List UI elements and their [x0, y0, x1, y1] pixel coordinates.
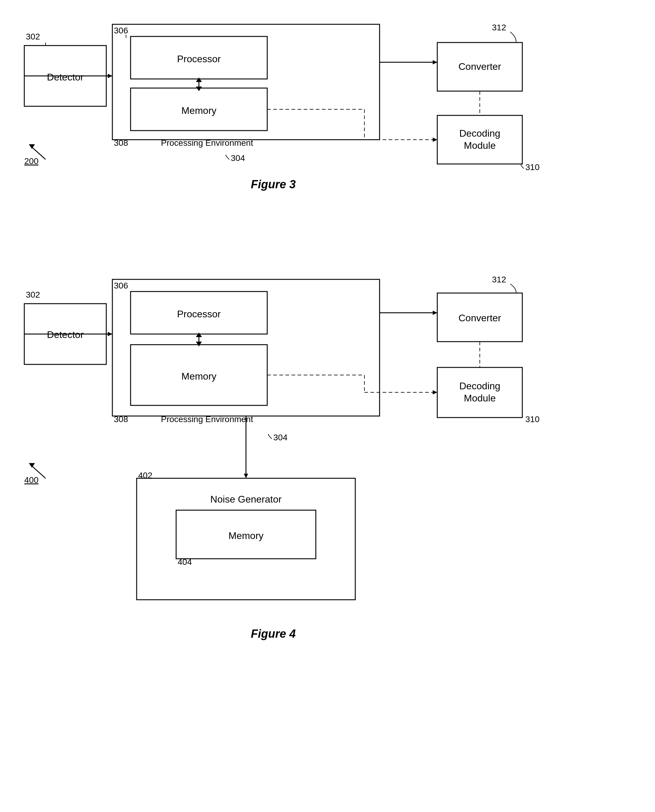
- svg-text:Module: Module: [464, 393, 496, 404]
- svg-marker-16: [108, 74, 112, 78]
- svg-text:Memory: Memory: [181, 371, 217, 382]
- svg-text:Memory: Memory: [181, 105, 217, 116]
- svg-text:Processor: Processor: [177, 309, 221, 320]
- svg-marker-34: [29, 144, 35, 149]
- svg-text:312: 312: [492, 23, 506, 32]
- figure4-svg: Detector 302 308 Processing Environment …: [0, 218, 655, 796]
- svg-text:Processor: Processor: [177, 54, 221, 65]
- svg-rect-23: [437, 115, 522, 164]
- svg-text:Detector: Detector: [47, 72, 84, 83]
- svg-text:Noise Generator: Noise Generator: [211, 494, 282, 505]
- svg-marker-54: [433, 311, 437, 315]
- svg-text:Decoding: Decoding: [459, 128, 500, 139]
- svg-text:200: 200: [24, 156, 38, 166]
- svg-text:306: 306: [114, 281, 128, 290]
- svg-marker-18: [433, 60, 437, 65]
- svg-text:310: 310: [525, 415, 540, 424]
- svg-text:Detector: Detector: [47, 329, 84, 340]
- svg-text:402: 402: [138, 471, 152, 480]
- svg-text:Figure 3: Figure 3: [251, 178, 296, 191]
- svg-marker-52: [108, 332, 112, 336]
- svg-text:Converter: Converter: [458, 61, 501, 72]
- svg-marker-66: [433, 390, 437, 394]
- svg-text:404: 404: [178, 557, 192, 567]
- svg-marker-30: [433, 138, 437, 142]
- svg-text:Processing Environment: Processing Environment: [161, 415, 253, 424]
- svg-text:Converter: Converter: [458, 312, 501, 323]
- svg-text:Module: Module: [464, 140, 496, 151]
- svg-text:308: 308: [114, 138, 128, 148]
- svg-text:302: 302: [26, 290, 40, 300]
- svg-text:304: 304: [231, 153, 245, 163]
- svg-text:308: 308: [114, 415, 128, 424]
- svg-text:312: 312: [492, 275, 506, 284]
- svg-text:Processing Environment: Processing Environment: [161, 138, 253, 148]
- svg-text:306: 306: [114, 26, 128, 35]
- svg-text:Decoding: Decoding: [459, 380, 500, 391]
- svg-text:400: 400: [24, 475, 38, 484]
- svg-text:310: 310: [525, 163, 540, 172]
- svg-text:304: 304: [273, 433, 288, 442]
- svg-text:Memory: Memory: [228, 530, 264, 541]
- figure3-svg: Detector 302 308 Processing Environment …: [0, 0, 655, 212]
- svg-text:Figure 4: Figure 4: [251, 627, 296, 640]
- svg-marker-69: [244, 474, 248, 478]
- svg-text:302: 302: [26, 32, 40, 41]
- svg-marker-78: [29, 463, 35, 468]
